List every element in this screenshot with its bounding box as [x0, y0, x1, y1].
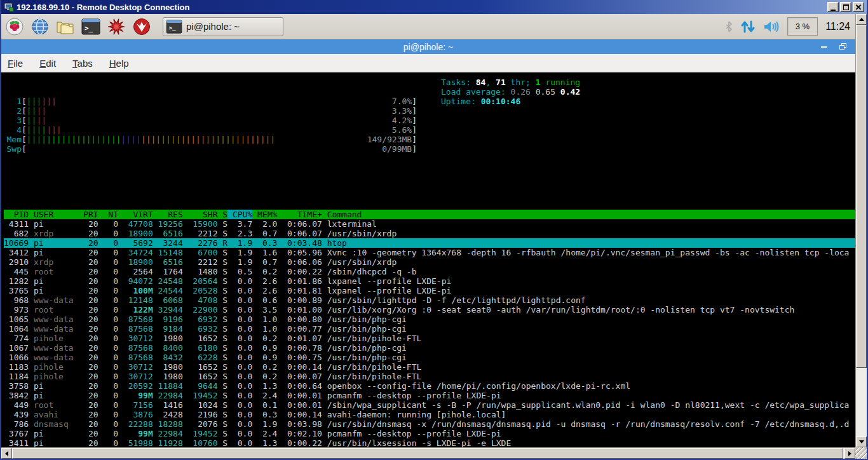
- maximize-button[interactable]: [840, 2, 851, 12]
- close-icon: ✕: [855, 3, 862, 11]
- summary-line: Load average: 0.26 0.65 0.42: [441, 87, 580, 97]
- process-row[interactable]: 1282pi200940722454820564S0.02.60:01.86lx…: [4, 276, 855, 286]
- rdp-titlebar[interactable]: 192.168.99.10 - Remote Desktop Connectio…: [1, 0, 867, 14]
- column-header-virt[interactable]: VIRT: [118, 210, 153, 219]
- column-header-res[interactable]: RES: [153, 210, 183, 219]
- volume-icon[interactable]: [763, 20, 780, 33]
- process-row[interactable]: 3411pi200519881192810760S0.01.30:00.22/u…: [4, 438, 855, 447]
- close-button[interactable]: ✕: [853, 2, 864, 12]
- terminal-icon[interactable]: >_: [81, 17, 100, 36]
- remote-desktop-view: >_: [1, 14, 855, 447]
- cpu-memory-meters: 1[||||||7.0%]2[||||3.3%]3[||||4.2%]4[|||…: [4, 97, 417, 154]
- taskbar-clock[interactable]: 11:24: [825, 21, 850, 32]
- column-header-pid[interactable]: PID: [4, 210, 29, 219]
- process-row[interactable]: 1183pihole2003071219801652S0.00.20:00.14…: [4, 362, 855, 372]
- column-header-command[interactable]: Command: [322, 210, 855, 219]
- htop-summary-panel: Tasks: 84, 71 thr; 1 runningLoad average…: [441, 78, 580, 106]
- menu-file[interactable]: File: [8, 58, 23, 69]
- menu-tabs[interactable]: Tabs: [72, 58, 93, 69]
- menu-edit[interactable]: Edit: [39, 58, 56, 69]
- arrow-up-icon: [859, 18, 864, 21]
- terminal-titlebar[interactable]: pi@pihole: ~: [1, 39, 855, 54]
- terminal-window-title: pi@pihole: ~: [1, 42, 855, 52]
- scroll-down-button[interactable]: [856, 436, 867, 447]
- vertical-scrollbar[interactable]: [855, 14, 867, 447]
- taskbar: >_: [1, 14, 855, 39]
- horizontal-scroll-thumb[interactable]: [12, 448, 843, 459]
- column-header-cpu[interactable]: CPU%: [227, 210, 252, 219]
- task-button-label: pi@pihole: ~: [186, 21, 240, 32]
- process-row[interactable]: 973root200122M3294422900S0.03.50:01.00/u…: [4, 305, 855, 315]
- wolfram-icon[interactable]: [132, 17, 151, 36]
- minimize-button[interactable]: [827, 2, 839, 12]
- process-row[interactable]: 3767pi20099M2298419452S0.02.40:02.10pcma…: [4, 429, 855, 438]
- process-table-header: PIDUSERPRINIVIRTRESSHRSCPU%MEM%TIME+Comm…: [4, 210, 855, 219]
- process-row[interactable]: 3758pi20020592118849644S0.01.30:00.64ope…: [4, 381, 855, 391]
- process-row[interactable]: 2910xrdp2001890065162212S1.90.70:06.06/u…: [4, 257, 855, 267]
- column-header-mem[interactable]: MEM%: [252, 210, 277, 219]
- minimize-icon: [821, 46, 827, 48]
- summary-line: Uptime: 00:10:46: [441, 97, 580, 106]
- process-row[interactable]: 4311pi200477081925615900S3.72.00:06.07lx…: [4, 219, 855, 229]
- meter-2: 2[||||3.3%]: [4, 106, 417, 116]
- taskbar-task-button[interactable]: >_ pi@pihole: ~: [163, 17, 283, 36]
- process-row[interactable]: 449root200715614161024S0.00.10:00.01/sbi…: [4, 400, 855, 410]
- scroll-left-button[interactable]: [1, 448, 12, 459]
- process-row[interactable]: 1184pihole2003071219801652S0.00.20:00.07…: [4, 372, 855, 381]
- process-row[interactable]: 968www-data2001214860684708S0.00.60:00.8…: [4, 295, 855, 305]
- mathematica-icon[interactable]: [107, 17, 126, 36]
- menu-help[interactable]: Help: [109, 58, 129, 69]
- meter-1: 1[||||||7.0%]: [4, 97, 417, 106]
- raspberry-menu-icon[interactable]: [5, 17, 24, 36]
- process-row[interactable]: 3412pi20034724151486700S1.91.60:05.96Xvn…: [4, 248, 855, 257]
- column-header-s[interactable]: S: [218, 210, 228, 219]
- scroll-up-button[interactable]: [856, 14, 867, 25]
- terminal-maximize-button[interactable]: [835, 39, 851, 54]
- task-terminal-icon: >_: [166, 20, 182, 34]
- process-row[interactable]: 3765pi200100M2454420528S0.02.60:01.81lxp…: [4, 286, 855, 295]
- process-row[interactable]: 1065www-data2008756891966932S0.01.00:00.…: [4, 315, 855, 324]
- scroll-right-button[interactable]: [844, 448, 855, 459]
- process-row[interactable]: 682xrdp2001890065162212S2.30.70:06.07/us…: [4, 229, 855, 238]
- process-row[interactable]: 10669pi200569232442276R1.90.30:03.48htop: [4, 238, 855, 248]
- column-header-ni[interactable]: NI: [98, 210, 118, 219]
- system-tray: 3 % 11:24: [725, 17, 851, 36]
- htop-output: 1[||||||7.0%]2[||||3.3%]3[||||4.2%]4[|||…: [1, 72, 855, 447]
- terminal-minimize-button[interactable]: [816, 39, 832, 54]
- process-row[interactable]: 439avahi200387624282196S0.00.30:00.14ava…: [4, 410, 855, 419]
- file-manager-icon[interactable]: [56, 17, 75, 36]
- column-header-time[interactable]: TIME+: [277, 210, 322, 219]
- process-row[interactable]: 1067www-data2008756884006180S0.00.90:00.…: [4, 343, 855, 353]
- network-updown-arrows-icon[interactable]: [740, 20, 756, 33]
- web-browser-globe-icon[interactable]: [31, 17, 50, 36]
- vertical-scroll-thumb[interactable]: [856, 25, 867, 368]
- rdp-app-icon: [4, 2, 14, 12]
- process-table: PIDUSERPRINIVIRTRESSHRSCPU%MEM%TIME+Comm…: [4, 210, 855, 447]
- svg-text:>_: >_: [85, 24, 93, 32]
- horizontal-scrollbar[interactable]: [1, 447, 855, 459]
- bluetooth-icon[interactable]: [725, 21, 733, 32]
- cpu-usage-monitor[interactable]: 3 %: [787, 17, 818, 36]
- rdp-window: 192.168.99.10 - Remote Desktop Connectio…: [0, 0, 868, 460]
- rdp-window-title: 192.168.99.10 - Remote Desktop Connectio…: [17, 3, 825, 12]
- process-row[interactable]: 786dnsmasq20022288182882076S0.01.90:03.9…: [4, 419, 855, 429]
- meter-4: 4[|||||||5.6%]: [4, 125, 417, 135]
- terminal-menubar: FileEditTabsHelp: [1, 54, 855, 72]
- column-header-user[interactable]: USER: [29, 210, 78, 219]
- process-row[interactable]: 3842pi20099M2298419452S0.02.40:00.01pcma…: [4, 391, 855, 400]
- process-row[interactable]: 1064www-data2008756891846932S0.01.00:00.…: [4, 324, 855, 334]
- column-header-pri[interactable]: PRI: [78, 210, 98, 219]
- column-header-shr[interactable]: SHR: [183, 210, 218, 219]
- resize-grip[interactable]: [855, 447, 867, 459]
- meter-mem: Mem[||||||||||||||||||||||||||||||||||||…: [4, 135, 417, 144]
- meter-3: 3[||||4.2%]: [4, 116, 417, 125]
- minimize-icon: [831, 10, 836, 11]
- process-row[interactable]: 1066www-data2008756884326228S0.00.90:00.…: [4, 353, 855, 362]
- maximize-icon: [843, 4, 849, 10]
- summary-line: Tasks: 84, 71 thr; 1 running: [441, 78, 580, 87]
- process-row[interactable]: 774pihole2003071219801652S0.00.20:01.07/…: [4, 334, 855, 343]
- arrow-down-icon: [859, 440, 864, 443]
- restore-icon: [839, 43, 847, 50]
- process-row[interactable]: 445root200256417641480S0.50.20:00.22/sbi…: [4, 267, 855, 276]
- meter-swp: Swp[0/99MB]: [4, 144, 417, 154]
